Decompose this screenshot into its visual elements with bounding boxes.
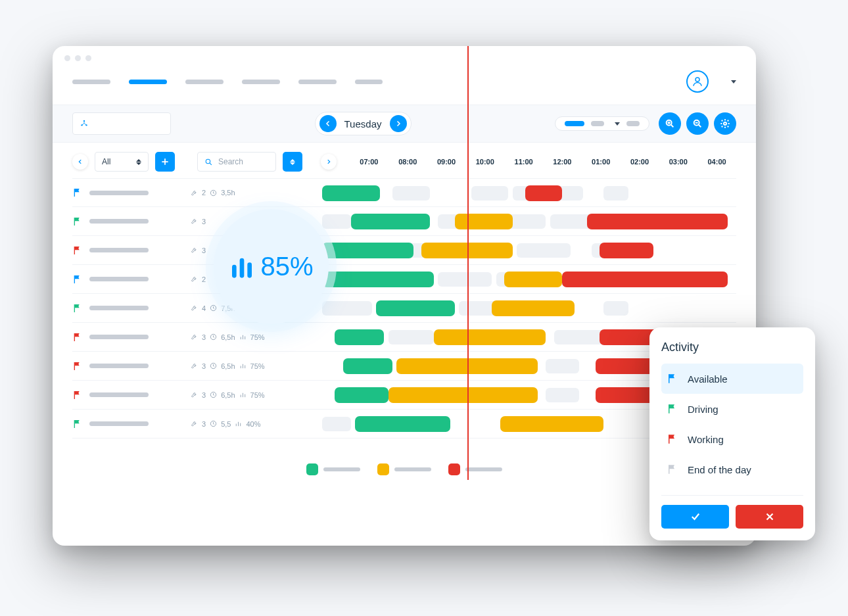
cancel-button[interactable] [736, 505, 803, 529]
slot-placeholder [392, 186, 430, 201]
chevron-left-icon [324, 120, 332, 128]
top-nav [53, 66, 756, 105]
scroll-right-button[interactable] [321, 154, 337, 170]
zoom-out-button[interactable] [686, 112, 709, 135]
close-dot[interactable] [64, 55, 70, 61]
slot-placeholder [517, 243, 571, 258]
day-label: Tuesday [337, 118, 390, 130]
nav-tab[interactable] [355, 80, 383, 84]
next-day-button[interactable] [390, 115, 407, 132]
sort-icon [136, 159, 141, 165]
row-left [72, 361, 191, 371]
nav-tab[interactable] [298, 80, 337, 84]
gantt-row[interactable]: 36,5h75% [72, 323, 736, 352]
activity-bar[interactable] [500, 416, 604, 432]
resource-name [89, 364, 149, 368]
prev-day-button[interactable] [319, 115, 337, 132]
activity-option[interactable]: Working [661, 424, 803, 454]
gantt-row[interactable]: 3 [72, 236, 736, 265]
gantt-row[interactable]: 23,5h [72, 178, 736, 207]
view-mode-option[interactable] [565, 121, 584, 126]
nav-tab[interactable] [129, 80, 167, 84]
activity-bar[interactable] [504, 272, 562, 287]
row-bars [322, 236, 736, 264]
activity-option[interactable]: End of the day [661, 454, 803, 485]
scroll-left-button[interactable] [72, 154, 88, 170]
activity-bar[interactable] [322, 272, 434, 287]
gantt-row[interactable]: 3 [72, 207, 736, 236]
confirm-button[interactable] [661, 505, 729, 529]
slot-placeholder [546, 359, 578, 373]
activity-bar[interactable] [600, 243, 653, 258]
gantt-row[interactable]: 36,5h75% [72, 352, 736, 381]
flag-icon [72, 274, 83, 285]
nav-tab[interactable] [185, 80, 224, 84]
activity-bar[interactable] [587, 214, 728, 229]
sort-button[interactable] [283, 152, 302, 172]
date-navigator: Tuesday [315, 112, 412, 135]
slot-placeholder [546, 388, 578, 402]
max-dot[interactable] [85, 55, 91, 61]
time-tick: 10:00 [465, 158, 504, 166]
gantt-row[interactable]: 2 [72, 265, 736, 294]
time-tick: 11:00 [504, 158, 543, 166]
activity-option-label: End of the day [688, 464, 751, 475]
nav-tab[interactable] [72, 80, 110, 84]
close-icon [764, 511, 776, 523]
org-icon [80, 119, 89, 128]
min-dot[interactable] [75, 55, 81, 61]
activity-bar[interactable] [322, 243, 413, 258]
view-mode-option[interactable] [626, 121, 640, 126]
activity-bar[interactable] [335, 387, 389, 403]
view-mode-selector[interactable] [555, 116, 649, 131]
activity-bar[interactable] [335, 329, 385, 345]
time-tick: 02:00 [621, 158, 659, 166]
activity-bar[interactable] [492, 300, 575, 316]
row-left [72, 216, 191, 227]
time-tick: 03:00 [659, 158, 697, 166]
nav-tab[interactable] [242, 80, 280, 84]
search-input[interactable]: Search [197, 152, 276, 172]
activity-bar[interactable] [351, 214, 430, 229]
zoom-in-button[interactable] [659, 112, 681, 135]
row-bars [322, 265, 736, 293]
activity-option[interactable]: Available [661, 364, 803, 394]
activity-bar[interactable] [376, 300, 455, 316]
row-stats: 23,5h [191, 189, 322, 197]
utilization-badge: 85% [214, 209, 329, 324]
org-selector[interactable] [72, 112, 171, 135]
activity-bar[interactable] [322, 185, 380, 201]
search-icon [204, 158, 213, 166]
row-left [72, 390, 191, 400]
legend-label [465, 467, 502, 471]
gantt-row[interactable]: 36,5h75% [72, 381, 736, 410]
activity-option[interactable]: Driving [661, 394, 803, 424]
slot-placeholder [438, 272, 492, 287]
activity-bar[interactable] [562, 272, 728, 287]
activity-bar[interactable] [455, 214, 513, 229]
add-resource-button[interactable] [155, 152, 175, 172]
activity-bar[interactable] [355, 416, 450, 432]
activity-bar[interactable] [343, 358, 393, 374]
flag-icon [72, 361, 83, 371]
view-mode-option[interactable] [591, 121, 604, 126]
bar-chart-icon [229, 254, 255, 280]
plus-icon [160, 157, 170, 166]
row-left [72, 419, 191, 429]
legend-swatch [306, 463, 318, 475]
activity-bar[interactable] [396, 358, 537, 374]
activity-bar[interactable] [389, 387, 538, 403]
activity-bar[interactable] [421, 243, 513, 258]
user-avatar[interactable] [686, 70, 709, 93]
resource-filter[interactable]: All [95, 152, 149, 172]
gantt-row[interactable]: 47,5h85% [72, 294, 736, 323]
settings-button[interactable] [714, 112, 736, 135]
time-axis: 07:0008:0009:0010:0011:0012:0001:0002:00… [350, 158, 736, 166]
activity-bar[interactable] [434, 329, 546, 345]
legend-item [377, 463, 431, 475]
gantt-row[interactable]: 35,540% [72, 410, 736, 438]
time-tick: 08:00 [389, 158, 427, 166]
slot-placeholder [603, 186, 628, 201]
legend-item [306, 463, 360, 475]
activity-bar[interactable] [525, 185, 563, 201]
